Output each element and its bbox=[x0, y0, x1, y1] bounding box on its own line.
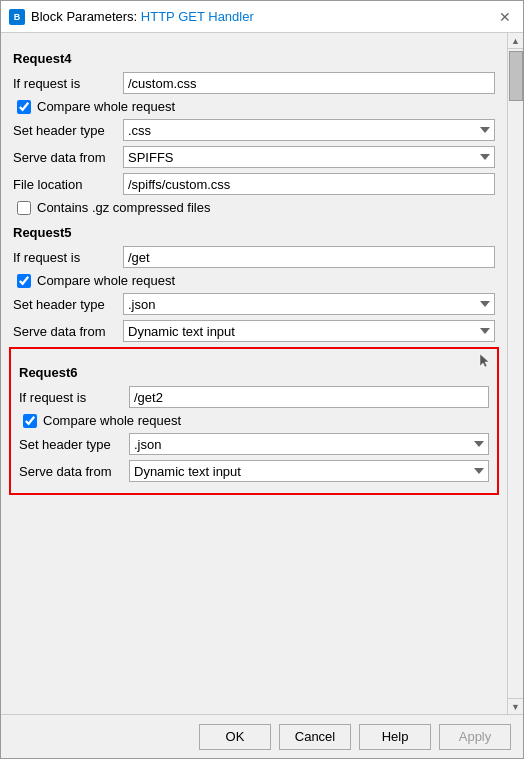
request6-headertype-select[interactable]: .css .json .html .js bbox=[129, 433, 489, 455]
request4-gz-label: Contains .gz compressed files bbox=[37, 200, 210, 215]
request5-servedata-label: Serve data from bbox=[13, 324, 123, 339]
request6-compare-checkbox[interactable] bbox=[23, 414, 37, 428]
request4-headertype-row: Set header type .css .json .html .js bbox=[13, 119, 495, 141]
request6-ifrequest-row: If request is bbox=[19, 386, 489, 408]
request5-ifrequest-row: If request is bbox=[13, 246, 495, 268]
request4-ifrequest-row: If request is bbox=[13, 72, 495, 94]
scrollbar[interactable]: ▲ ▼ bbox=[507, 33, 523, 714]
request5-servedata-row: Serve data from SPIFFS Dynamic text inpu… bbox=[13, 320, 495, 342]
request6-section: Request6 If request is Compare whole req… bbox=[9, 347, 499, 495]
request6-headertype-row: Set header type .css .json .html .js bbox=[19, 433, 489, 455]
request5-headertype-row: Set header type .css .json .html .js bbox=[13, 293, 495, 315]
dialog-window: B Block Parameters: HTTP GET Handler ✕ R… bbox=[0, 0, 524, 759]
request4-section: Request4 If request is Compare whole req… bbox=[13, 51, 495, 215]
cursor-icon bbox=[477, 353, 491, 369]
close-button[interactable]: ✕ bbox=[495, 7, 515, 27]
request5-ifrequest-input[interactable] bbox=[123, 246, 495, 268]
help-button[interactable]: Help bbox=[359, 724, 431, 750]
scroll-up-arrow[interactable]: ▲ bbox=[508, 33, 524, 49]
ok-button[interactable]: OK bbox=[199, 724, 271, 750]
dialog-title: Block Parameters: HTTP GET Handler bbox=[31, 9, 254, 24]
request6-servedata-row: Serve data from SPIFFS Dynamic text inpu… bbox=[19, 460, 489, 482]
request5-compare-label: Compare whole request bbox=[37, 273, 175, 288]
request5-compare-row: Compare whole request bbox=[13, 273, 495, 288]
request4-servedata-row: Serve data from SPIFFS Dynamic text inpu… bbox=[13, 146, 495, 168]
request5-ifrequest-label: If request is bbox=[13, 250, 123, 265]
scroll-down-arrow[interactable]: ▼ bbox=[508, 698, 524, 714]
request4-compare-checkbox[interactable] bbox=[17, 100, 31, 114]
request6-ifrequest-label: If request is bbox=[19, 390, 129, 405]
request4-filelocation-row: File location bbox=[13, 173, 495, 195]
dialog-title-highlight: HTTP GET Handler bbox=[141, 9, 254, 24]
content-wrapper: Request4 If request is Compare whole req… bbox=[1, 33, 523, 714]
request4-ifrequest-label: If request is bbox=[13, 76, 123, 91]
request4-filelocation-label: File location bbox=[13, 177, 123, 192]
scroll-thumb[interactable] bbox=[509, 51, 523, 101]
title-bar: B Block Parameters: HTTP GET Handler ✕ bbox=[1, 1, 523, 33]
request6-headertype-label: Set header type bbox=[19, 437, 129, 452]
request4-gz-checkbox[interactable] bbox=[17, 201, 31, 215]
request6-servedata-label: Serve data from bbox=[19, 464, 129, 479]
request4-servedata-select[interactable]: SPIFFS Dynamic text input Inline bbox=[123, 146, 495, 168]
request5-headertype-label: Set header type bbox=[13, 297, 123, 312]
dialog-footer: OK Cancel Help Apply bbox=[1, 714, 523, 758]
request4-servedata-label: Serve data from bbox=[13, 150, 123, 165]
app-icon: B bbox=[9, 9, 25, 25]
apply-button[interactable]: Apply bbox=[439, 724, 511, 750]
request6-compare-label: Compare whole request bbox=[43, 413, 181, 428]
request6-servedata-select[interactable]: SPIFFS Dynamic text input Inline bbox=[129, 460, 489, 482]
request4-compare-row: Compare whole request bbox=[13, 99, 495, 114]
request5-headertype-select[interactable]: .css .json .html .js bbox=[123, 293, 495, 315]
scroll-track[interactable] bbox=[509, 49, 523, 698]
request4-headertype-label: Set header type bbox=[13, 123, 123, 138]
request6-label: Request6 bbox=[19, 365, 489, 380]
cancel-button[interactable]: Cancel bbox=[279, 724, 351, 750]
request4-gz-row: Contains .gz compressed files bbox=[13, 200, 495, 215]
request6-compare-row: Compare whole request bbox=[19, 413, 489, 428]
title-bar-left: B Block Parameters: HTTP GET Handler bbox=[9, 9, 254, 25]
request5-label: Request5 bbox=[13, 225, 495, 240]
request6-ifrequest-input[interactable] bbox=[129, 386, 489, 408]
scroll-content: Request4 If request is Compare whole req… bbox=[1, 33, 507, 714]
request4-filelocation-input[interactable] bbox=[123, 173, 495, 195]
request4-compare-label: Compare whole request bbox=[37, 99, 175, 114]
request4-label: Request4 bbox=[13, 51, 495, 66]
request5-compare-checkbox[interactable] bbox=[17, 274, 31, 288]
request5-section: Request5 If request is Compare whole req… bbox=[13, 225, 495, 342]
request4-ifrequest-input[interactable] bbox=[123, 72, 495, 94]
request5-servedata-select[interactable]: SPIFFS Dynamic text input Inline bbox=[123, 320, 495, 342]
request4-headertype-select[interactable]: .css .json .html .js bbox=[123, 119, 495, 141]
